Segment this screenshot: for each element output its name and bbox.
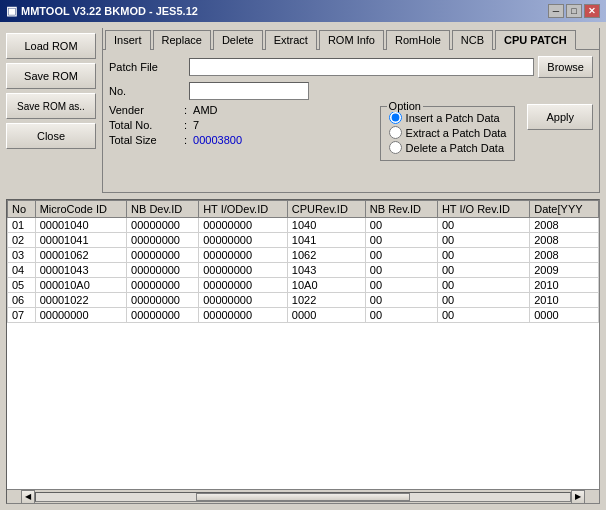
- table-cell: 05: [8, 278, 36, 293]
- radio-extract-input[interactable]: [389, 126, 402, 139]
- tab-insert[interactable]: Insert: [105, 30, 151, 50]
- scroll-right-arrow[interactable]: ▶: [571, 490, 585, 504]
- table-cell: 2010: [530, 278, 599, 293]
- maximize-button[interactable]: □: [566, 4, 582, 18]
- vender-row: Vender : AMD: [109, 104, 372, 116]
- load-rom-button[interactable]: Load ROM: [6, 33, 96, 59]
- tab-delete[interactable]: Delete: [213, 30, 263, 50]
- apply-btn-container: Apply: [527, 104, 593, 134]
- radio-delete: Delete a Patch Data: [389, 141, 507, 154]
- vender-sep: :: [184, 104, 187, 116]
- col-nb-dev-id: NB Dev.ID: [127, 201, 199, 218]
- table-cell: 00000000: [35, 308, 126, 323]
- scroll-left-arrow[interactable]: ◀: [21, 490, 35, 504]
- patch-file-input[interactable]: [189, 58, 534, 76]
- radio-extract-label: Extract a Patch Data: [406, 127, 507, 139]
- minimize-button[interactable]: ─: [548, 4, 564, 18]
- cpu-patch-tab-content: Patch File Browse No. Vender : AMD: [103, 49, 599, 192]
- table-cell: 00: [437, 248, 529, 263]
- radio-delete-input[interactable]: [389, 141, 402, 154]
- table-cell: 00000000: [199, 293, 288, 308]
- info-section: Vender : AMD Total No. : 7 Total Size :: [109, 104, 372, 161]
- save-rom-as-button[interactable]: Save ROM as..: [6, 93, 96, 119]
- tab-romhole[interactable]: RomHole: [386, 30, 450, 50]
- table-row[interactable]: 05000010A0000000000000000010A000002010: [8, 278, 599, 293]
- table-cell: 00: [365, 218, 437, 233]
- patch-file-label: Patch File: [109, 61, 189, 73]
- total-size-value: 00003800: [193, 134, 242, 146]
- table-row[interactable]: 07000000000000000000000000000000000000: [8, 308, 599, 323]
- table-cell: 00: [365, 293, 437, 308]
- table-header: No MicroCode ID NB Dev.ID HT I/ODev.ID C…: [8, 201, 599, 218]
- total-size-label: Total Size: [109, 134, 184, 146]
- table-cell: 2008: [530, 218, 599, 233]
- table-cell: 00: [437, 293, 529, 308]
- table-cell: 04: [8, 263, 36, 278]
- radio-extract: Extract a Patch Data: [389, 126, 507, 139]
- table-section: No MicroCode ID NB Dev.ID HT I/ODev.ID C…: [6, 199, 600, 504]
- table-wrapper[interactable]: No MicroCode ID NB Dev.ID HT I/ODev.ID C…: [7, 200, 599, 489]
- table-cell: 00000000: [199, 218, 288, 233]
- table-cell: 1062: [287, 248, 365, 263]
- table-cell: 00000000: [127, 263, 199, 278]
- table-row[interactable]: 02000010410000000000000000104100002008: [8, 233, 599, 248]
- browse-button[interactable]: Browse: [538, 56, 593, 78]
- table-row[interactable]: 04000010430000000000000000104300002009: [8, 263, 599, 278]
- patch-no-input[interactable]: [189, 82, 309, 100]
- table-cell: 2010: [530, 293, 599, 308]
- col-no: No: [8, 201, 36, 218]
- table-cell: 10A0: [287, 278, 365, 293]
- col-nb-rev-id: NB Rev.ID: [365, 201, 437, 218]
- scroll-track[interactable]: [35, 492, 571, 502]
- table-cell: 00000000: [199, 233, 288, 248]
- table-cell: 00001041: [35, 233, 126, 248]
- table-cell: 00: [437, 263, 529, 278]
- table-cell: 00: [365, 278, 437, 293]
- left-buttons-panel: Load ROM Save ROM Save ROM as.. Close: [6, 28, 96, 193]
- tab-rom-info[interactable]: ROM Info: [319, 30, 384, 50]
- table-cell: 00: [437, 308, 529, 323]
- total-no-sep: :: [184, 119, 187, 131]
- total-size-sep: :: [184, 134, 187, 146]
- table-row[interactable]: 01000010400000000000000000104000002008: [8, 218, 599, 233]
- table-cell: 1041: [287, 233, 365, 248]
- table-cell: 00000000: [199, 248, 288, 263]
- col-ht-io-dev-id: HT I/ODev.ID: [199, 201, 288, 218]
- vender-label: Vender: [109, 104, 184, 116]
- table-cell: 00000000: [127, 218, 199, 233]
- table-cell: 00: [365, 248, 437, 263]
- tab-ncb[interactable]: NCB: [452, 30, 493, 50]
- table-cell: 00000000: [199, 278, 288, 293]
- table-cell: 00: [437, 218, 529, 233]
- close-window-button[interactable]: ✕: [584, 4, 600, 18]
- table-cell: 1040: [287, 218, 365, 233]
- table-cell: 00001062: [35, 248, 126, 263]
- apply-button[interactable]: Apply: [527, 104, 593, 130]
- table-row[interactable]: 03000010620000000000000000106200002008: [8, 248, 599, 263]
- table-cell: 00: [365, 233, 437, 248]
- vender-value: AMD: [193, 104, 217, 116]
- radio-insert: Insert a Patch Data: [389, 111, 507, 124]
- title-bar: ▣ MMTOOL V3.22 BKMOD - JES5.12 ─ □ ✕: [0, 0, 606, 22]
- close-button[interactable]: Close: [6, 123, 96, 149]
- save-rom-button[interactable]: Save ROM: [6, 63, 96, 89]
- col-date: Date[YYY: [530, 201, 599, 218]
- app-title: MMTOOL V3.22 BKMOD - JES5.12: [21, 5, 198, 17]
- tab-replace[interactable]: Replace: [153, 30, 211, 50]
- horizontal-scrollbar[interactable]: ◀ ▶: [7, 489, 599, 503]
- tab-cpu-patch[interactable]: CPU PATCH: [495, 30, 576, 50]
- table-row[interactable]: 06000010220000000000000000102200002010: [8, 293, 599, 308]
- table-cell: 00000000: [127, 308, 199, 323]
- table-cell: 00000000: [127, 248, 199, 263]
- table-cell: 00: [365, 308, 437, 323]
- table-cell: 00001022: [35, 293, 126, 308]
- option-legend: Option: [387, 100, 423, 112]
- table-cell: 00001043: [35, 263, 126, 278]
- tab-extract[interactable]: Extract: [265, 30, 317, 50]
- radio-insert-input[interactable]: [389, 111, 402, 124]
- scroll-thumb[interactable]: [196, 493, 410, 501]
- patch-no-row: No.: [109, 82, 593, 100]
- table-cell: 2008: [530, 233, 599, 248]
- table-cell: 00000000: [127, 278, 199, 293]
- total-no-label: Total No.: [109, 119, 184, 131]
